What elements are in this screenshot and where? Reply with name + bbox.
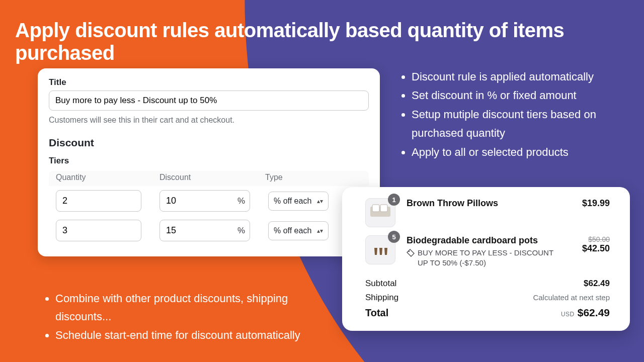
- cart-item-promo: BUY MORE TO PAY LESS - DISCOUNT UP TO 50…: [407, 248, 557, 268]
- percent-symbol: %: [237, 196, 245, 206]
- svg-point-3: [409, 251, 410, 252]
- svg-rect-1: [372, 205, 379, 212]
- cart-item: 1 Brown Throw Pillows $19.99: [365, 198, 610, 227]
- total-value: $62.49: [578, 307, 610, 318]
- tiers-heading: Tiers: [49, 156, 369, 166]
- tier-row: % % off each ▴▾: [49, 186, 369, 216]
- total-label: Total: [365, 307, 388, 319]
- feature-bullets-right: Discount rule is applied automatically S…: [403, 67, 624, 161]
- tier-quantity-input[interactable]: [56, 190, 141, 212]
- product-thumbnail: 1: [365, 198, 395, 227]
- tier-row: % % off each ▴▾: [49, 216, 369, 245]
- title-input[interactable]: [49, 90, 369, 111]
- tier-type-select[interactable]: % off each ▴▾: [268, 192, 329, 211]
- col-discount: Discount: [159, 173, 265, 182]
- cart-item-promo-text: BUY MORE TO PAY LESS - DISCOUNT UP TO 50…: [418, 248, 557, 268]
- tier-discount-wrap: %: [159, 190, 250, 212]
- tier-quantity-input[interactable]: [56, 220, 141, 241]
- tier-discount-input[interactable]: [159, 190, 250, 212]
- pots-icon: [369, 239, 391, 261]
- list-item: Apply to all or selected products: [412, 143, 624, 161]
- list-item: Setup mutiple discount tiers based on pu…: [412, 105, 624, 143]
- title-hint: Customers will see this in their cart an…: [49, 116, 369, 125]
- tier-type-label: % off each: [274, 226, 311, 235]
- cart-item-price: $42.50: [569, 243, 610, 254]
- cart-item-name: Biodegradable cardboard pots: [407, 235, 557, 246]
- tier-type-label: % off each: [274, 197, 311, 206]
- col-quantity: Quantity: [56, 173, 159, 182]
- list-item: Set discount in % or fixed amount: [412, 86, 624, 105]
- cart-item-original-price: $50.00: [569, 235, 610, 243]
- tier-type-select[interactable]: % off each ▴▾: [268, 221, 329, 240]
- discount-section: Discount Tiers Quantity Discount Type % …: [49, 137, 369, 245]
- page-headline: Apply discount rules automatically based…: [15, 19, 629, 64]
- qty-badge: 5: [388, 231, 400, 243]
- cart-item: 5 Biodegradable cardboard pots BUY MORE …: [365, 235, 610, 268]
- tier-discount-wrap: %: [159, 220, 250, 241]
- svg-rect-2: [380, 205, 387, 212]
- cart-item-name: Brown Throw Pillows: [407, 198, 557, 209]
- subtotal-label: Subtotal: [365, 279, 396, 289]
- product-thumbnail: 5: [365, 235, 395, 264]
- pillow-icon: [369, 202, 391, 224]
- chevron-updown-icon: ▴▾: [317, 198, 323, 204]
- discount-heading: Discount: [49, 137, 369, 149]
- cart-item-price: $19.99: [569, 198, 610, 209]
- list-item: Schedule start-end time for discount aut…: [55, 326, 330, 344]
- chevron-updown-icon: ▴▾: [317, 228, 323, 234]
- tag-icon: [407, 249, 415, 257]
- qty-badge: 1: [388, 194, 400, 206]
- list-item: Discount rule is applied automatically: [412, 67, 624, 86]
- total-currency: USD: [561, 311, 575, 318]
- tiers-table-head: Quantity Discount Type: [49, 171, 369, 186]
- discount-rule-admin-card: Title Customers will see this in their c…: [38, 68, 380, 256]
- cart-preview-card: 1 Brown Throw Pillows $19.99 5 Biodegrad…: [342, 187, 630, 331]
- tier-discount-input[interactable]: [159, 220, 250, 241]
- feature-bullets-bottom: Combine with other product discounts, sh…: [48, 290, 330, 344]
- title-label: Title: [49, 77, 369, 87]
- col-type: Type: [265, 173, 341, 182]
- list-item: Combine with other product discounts, sh…: [55, 290, 330, 326]
- subtotal-value: $62.49: [584, 279, 610, 289]
- cart-summary: Subtotal $62.49 Shipping Calculated at n…: [365, 277, 610, 321]
- percent-symbol: %: [237, 226, 245, 236]
- shipping-value: Calculated at next step: [533, 293, 610, 302]
- shipping-label: Shipping: [365, 293, 398, 303]
